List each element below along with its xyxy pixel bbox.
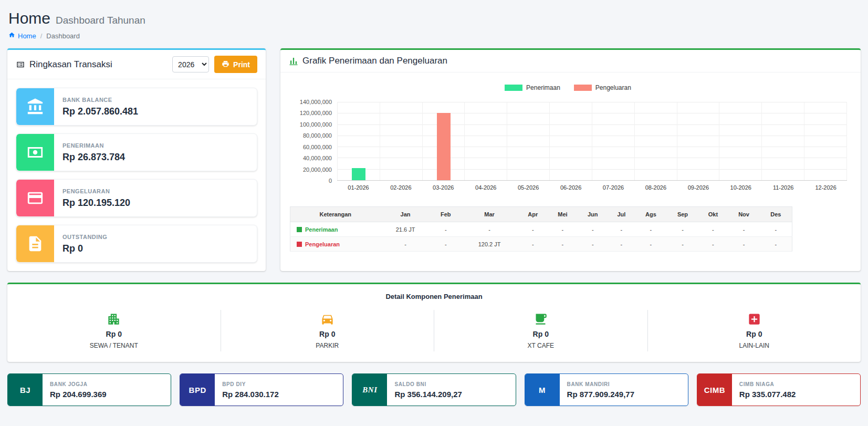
page-subtitle: Dashboard Tahunan bbox=[56, 15, 145, 26]
chart-card: Grafik Penerimaan dan Pengeluaran Peneri… bbox=[280, 48, 861, 271]
detail-value: Rp 0 bbox=[319, 330, 335, 338]
y-tick-label: 100,000,000 bbox=[300, 121, 332, 128]
value-cell: - bbox=[635, 237, 667, 252]
value-cell: - bbox=[667, 222, 698, 237]
banknote-icon bbox=[16, 133, 54, 171]
value-cell: - bbox=[608, 237, 635, 252]
legend-label: Pengeluaran bbox=[595, 84, 631, 91]
chart-slot bbox=[677, 102, 720, 180]
bar-chart-icon bbox=[289, 56, 298, 66]
bank-icon bbox=[16, 88, 54, 126]
x-tick-label: 12-2026 bbox=[804, 184, 847, 191]
chart-slot bbox=[762, 102, 804, 180]
bank-cards-row: BJBANK JOGJARp 204.699.369BPDBPD DIYRp 2… bbox=[7, 373, 861, 406]
stats-list: BANK BALANCERp 2.057.860.481PENERIMAANRp… bbox=[7, 79, 266, 271]
value-cell: - bbox=[518, 222, 548, 237]
bank-balance: Rp 877.909.249,77 bbox=[567, 390, 634, 399]
x-tick-label: 03-2026 bbox=[422, 184, 465, 191]
bank-logo: BNI bbox=[352, 374, 387, 406]
stat-box: BANK BALANCERp 2.057.860.481 bbox=[16, 88, 257, 126]
bank-info: SALDO BNIRp 356.144.209,27 bbox=[387, 374, 469, 406]
list-icon bbox=[16, 60, 25, 69]
stat-box: OUTSTANDINGRp 0 bbox=[16, 225, 257, 263]
detail-item: Rp 0PARKIR bbox=[221, 310, 435, 351]
bank-card: MBANK MANDIRIRp 877.909.249,77 bbox=[525, 373, 688, 406]
bank-info: BANK MANDIRIRp 877.909.249,77 bbox=[560, 374, 642, 406]
legend-swatch bbox=[574, 85, 592, 91]
table-row: Pengeluaran--120.2 JT--------- bbox=[290, 237, 792, 252]
detail-value: Rp 0 bbox=[746, 330, 762, 338]
legend-item: Penerimaan bbox=[505, 84, 560, 91]
detail-value: Rp 0 bbox=[533, 330, 549, 338]
bank-name: SALDO BNI bbox=[394, 381, 462, 387]
building-icon bbox=[107, 312, 121, 326]
bank-logo: CIMB bbox=[697, 374, 732, 406]
chart-slot bbox=[465, 102, 507, 180]
x-tick-label: 07-2026 bbox=[592, 184, 635, 191]
legend-swatch bbox=[505, 85, 522, 91]
legend-item: Pengeluaran bbox=[574, 84, 631, 91]
detail-label: SEWA / TENANT bbox=[90, 342, 138, 349]
chart-x-axis: 01-202602-202603-202604-202605-202606-20… bbox=[337, 184, 847, 191]
x-tick-label: 09-2026 bbox=[677, 184, 719, 191]
x-tick-label: 06-2026 bbox=[550, 184, 592, 191]
x-tick-label: 05-2026 bbox=[507, 184, 550, 191]
bank-info: BANK JOGJARp 204.699.369 bbox=[43, 374, 114, 406]
summary-title-text: Ringkasan Transaksi bbox=[29, 59, 112, 70]
bank-balance: Rp 356.144.209,27 bbox=[394, 390, 462, 399]
page-header: Home Dashboard Tahunan Home / Dashboard bbox=[7, 7, 861, 41]
y-tick-label: 40,000,000 bbox=[303, 155, 332, 161]
print-button[interactable]: Print bbox=[214, 56, 257, 73]
page-title: Home bbox=[8, 9, 50, 27]
stat-value: Rp 120.195.120 bbox=[62, 198, 130, 209]
bank-card: BNISALDO BNIRp 356.144.209,27 bbox=[352, 373, 516, 406]
breadcrumb-separator: / bbox=[40, 32, 43, 40]
stat-value: Rp 2.057.860.481 bbox=[62, 106, 138, 117]
value-cell: - bbox=[760, 222, 792, 237]
bank-name: BANK MANDIRI bbox=[567, 381, 634, 387]
value-cell: - bbox=[608, 222, 635, 237]
value-cell: 21.6 JT bbox=[381, 222, 431, 237]
y-tick-label: 60,000,000 bbox=[303, 144, 332, 150]
detail-item: Rp 0XT CAFE bbox=[434, 310, 648, 351]
column-header: Keterangan bbox=[290, 207, 381, 222]
stat-text: BANK BALANCERp 2.057.860.481 bbox=[54, 97, 147, 117]
chart-slot bbox=[635, 102, 677, 180]
chart-card-header: Grafik Penerimaan dan Pengeluaran bbox=[280, 50, 861, 72]
column-header: Ags bbox=[635, 207, 667, 222]
breadcrumb-home-link[interactable]: Home bbox=[8, 32, 36, 40]
series-swatch bbox=[297, 227, 302, 232]
stat-value: Rp 0 bbox=[62, 243, 107, 254]
bar-chart: 140,000,000120,000,000100,000,00080,000,… bbox=[289, 102, 847, 191]
bank-info: BPD DIYRp 284.030.172 bbox=[215, 374, 286, 406]
bank-logo: BJ bbox=[8, 374, 43, 406]
column-header: Nov bbox=[728, 207, 760, 222]
home-icon bbox=[8, 32, 15, 40]
x-tick-label: 08-2026 bbox=[634, 184, 677, 191]
chart-legend: PenerimaanPengeluaran bbox=[289, 84, 847, 91]
stat-label: OUTSTANDING bbox=[62, 234, 107, 240]
stat-box: PENGELUARANRp 120.195.120 bbox=[16, 179, 257, 217]
chart-slot bbox=[423, 102, 465, 180]
value-cell: - bbox=[548, 222, 577, 237]
x-tick-label: 01-2026 bbox=[337, 184, 380, 191]
y-tick-label: 20,000,000 bbox=[303, 167, 332, 173]
value-cell: - bbox=[728, 237, 760, 252]
chart-plot-area bbox=[337, 102, 847, 181]
column-header: Jun bbox=[577, 207, 608, 222]
summary-card-header: Ringkasan Transaksi 2026 Print bbox=[7, 50, 266, 79]
chart-card-title: Grafik Penerimaan dan Pengeluaran bbox=[289, 56, 447, 66]
value-cell: 120.2 JT bbox=[461, 237, 518, 252]
bank-logo: M bbox=[525, 374, 560, 406]
value-cell: - bbox=[518, 237, 548, 252]
plus-icon bbox=[747, 312, 761, 326]
year-select[interactable]: 2026 bbox=[172, 56, 209, 72]
value-cell: - bbox=[577, 222, 608, 237]
x-tick-label: 04-2026 bbox=[465, 184, 507, 191]
value-cell: - bbox=[728, 222, 760, 237]
column-header: Mar bbox=[461, 207, 518, 222]
detail-items: Rp 0SEWA / TENANTRp 0PARKIRRp 0XT CAFERp… bbox=[7, 310, 861, 351]
bank-balance: Rp 335.077.482 bbox=[739, 390, 796, 399]
value-cell: - bbox=[381, 237, 431, 252]
bank-logo: BPD bbox=[180, 374, 215, 406]
